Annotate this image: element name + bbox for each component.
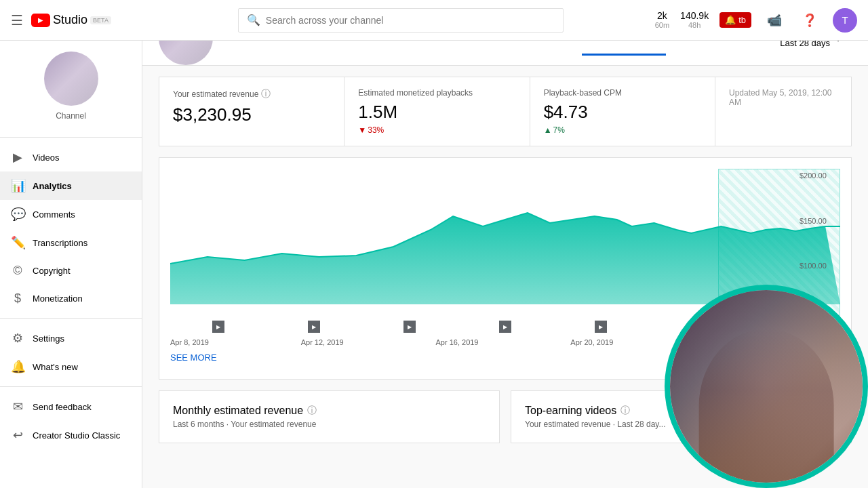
feedback-label: Send feedback — [33, 402, 92, 412]
sidebar-item-settings[interactable]: ⚙ Settings — [0, 324, 142, 352]
notif-label: tb — [738, 15, 746, 25]
hamburger-button[interactable]: ☰ — [11, 12, 23, 28]
copyright-label: Copyright — [33, 266, 71, 276]
search-icon: 🔍 — [247, 14, 260, 26]
search-input[interactable] — [266, 15, 555, 26]
notification-button[interactable]: 🔔 tb — [719, 12, 751, 28]
copyright-icon: © — [11, 264, 24, 278]
monetization-icon: $ — [11, 291, 24, 306]
transcriptions-icon: ✏️ — [11, 235, 24, 250]
creator-classic-icon: ↩ — [11, 428, 24, 443]
whats-new-icon: 🔔 — [11, 359, 24, 374]
settings-label: Settings — [33, 333, 64, 344]
x-label-apr12: Apr 12, 2019 — [301, 338, 344, 346]
sidebar-item-monetization[interactable]: $ Monetization — [0, 285, 142, 312]
stat-140k-sub: 48h — [688, 21, 701, 30]
sidebar-item-transcriptions[interactable]: ✏️ Transcriptions — [0, 228, 142, 257]
header-stats: 2k 60m 140.9k 48h — [655, 10, 709, 30]
monthly-revenue-card: Monthly estimated revenue ⓘ Last 6 month… — [159, 390, 500, 443]
video-marker-1[interactable] — [212, 321, 224, 333]
monetization-label: Monetization — [33, 293, 83, 304]
settings-icon: ⚙ — [11, 331, 24, 346]
metric-updated: Updated May 5, 2019, 12:00 AM — [715, 77, 851, 146]
header-center: 🔍 — [146, 8, 655, 33]
video-marker-4[interactable] — [499, 321, 511, 333]
top-earning-info-icon[interactable]: ⓘ — [620, 405, 630, 417]
user-avatar[interactable]: T — [833, 8, 857, 33]
sidebar-divider-bot — [0, 386, 142, 387]
youtube-icon — [31, 14, 50, 27]
stat-140k: 140.9k 48h — [680, 10, 709, 30]
header: ☰ Studio BETA 🔍 2k 60m 140.9k 48h 🔔 tb — [0, 0, 868, 41]
beta-badge: BETA — [90, 16, 111, 24]
y-label-100: $100.00 — [800, 262, 840, 270]
monthly-revenue-info-icon[interactable]: ⓘ — [307, 405, 317, 417]
stat-140k-value: 140.9k — [680, 10, 709, 22]
video-marker-2[interactable] — [308, 321, 320, 333]
metric-playbacks-value: 1.5M — [358, 102, 515, 123]
metric-revenue-value: $3,230.95 — [173, 104, 330, 125]
yt-logo: Studio BETA — [31, 13, 111, 27]
y-label-200: $200.00 — [800, 171, 840, 180]
sidebar-divider-top — [0, 137, 142, 138]
avatar-letter: T — [842, 14, 848, 26]
sidebar-divider-mid — [0, 318, 142, 319]
stat-2k-sub: 60m — [655, 21, 669, 30]
analytics-icon: 📊 — [11, 178, 24, 193]
sidebar-item-feedback[interactable]: ✉ Send feedback — [0, 392, 142, 421]
metric-playbacks-label: Estimated monetized playbacks — [358, 88, 515, 98]
sidebar-item-comments[interactable]: 💬 Comments — [0, 200, 142, 228]
channel-label: Channel — [56, 111, 86, 121]
metric-cpm-change: ▲ 7% — [544, 125, 701, 135]
channel-section: Channel — [0, 52, 142, 131]
monthly-revenue-subtitle: Last 6 months · Your estimated revenue — [173, 420, 486, 429]
see-more-link[interactable]: SEE MORE — [170, 352, 217, 363]
header-right: 2k 60m 140.9k 48h 🔔 tb 📹 ❓ T — [655, 8, 857, 33]
floating-video-inner — [670, 290, 863, 454]
metric-cpm-value: $4.73 — [544, 102, 701, 123]
search-bar: 🔍 — [238, 8, 564, 33]
comments-label: Comments — [33, 209, 75, 220]
up-arrow-icon: ▲ — [544, 125, 552, 135]
monthly-revenue-title: Monthly estimated revenue ⓘ — [173, 405, 486, 417]
sidebar-item-creator-classic[interactable]: ↩ Creator Studio Classic — [0, 421, 142, 449]
comments-icon: 💬 — [11, 207, 24, 222]
metric-revenue-label: Your estimated revenue ⓘ — [173, 88, 330, 100]
metric-cpm: Playback-based CPM $4.73 ▲ 7% — [530, 77, 715, 146]
videos-icon: ▶ — [11, 150, 24, 165]
help-button[interactable]: ❓ — [797, 8, 822, 33]
down-arrow-icon: ▼ — [358, 125, 366, 135]
metric-cpm-label: Playback-based CPM — [544, 88, 701, 98]
sidebar-item-copyright[interactable]: © Copyright — [0, 257, 142, 285]
floating-video-thumbnail[interactable] — [665, 285, 868, 454]
whats-new-label: What's new — [33, 362, 78, 372]
sidebar-item-whats-new[interactable]: 🔔 What's new — [0, 352, 142, 381]
video-marker-3[interactable] — [403, 321, 416, 333]
metrics-row: Your estimated revenue ⓘ $3,230.95 Estim… — [159, 77, 852, 146]
videos-label: Videos — [33, 152, 60, 163]
metric-revenue: Your estimated revenue ⓘ $3,230.95 — [159, 77, 344, 146]
channel-avatar-image — [44, 52, 98, 106]
header-left: ☰ Studio BETA — [11, 12, 146, 28]
sidebar-item-analytics[interactable]: 📊 Analytics — [0, 171, 142, 200]
video-marker-5[interactable] — [595, 321, 607, 333]
revenue-info-icon[interactable]: ⓘ — [261, 88, 271, 100]
transcriptions-label: Transcriptions — [33, 238, 87, 248]
feedback-icon: ✉ — [11, 399, 24, 414]
channel-avatar — [44, 52, 98, 106]
studio-label: Studio — [53, 13, 87, 27]
create-button[interactable]: 📹 — [762, 8, 787, 33]
sidebar: Channel ▶ Videos 📊 Analytics 💬 Comments … — [0, 41, 142, 454]
x-label-apr16: Apr 16, 2019 — [436, 338, 479, 346]
creator-classic-label: Creator Studio Classic — [33, 430, 120, 441]
y-label-150: $150.00 — [800, 217, 840, 225]
stat-2k-value: 2k — [657, 10, 667, 22]
updated-text: Updated May 5, 2019, 12:00 AM — [729, 88, 837, 107]
metric-playbacks-change: ▼ 33% — [358, 125, 515, 135]
sidebar-item-videos[interactable]: ▶ Videos — [0, 143, 142, 171]
analytics-label: Analytics — [33, 181, 72, 191]
x-label-apr8: Apr 8, 2019 — [170, 338, 209, 346]
stat-2k: 2k 60m — [655, 10, 669, 30]
x-label-apr20: Apr 20, 2019 — [570, 338, 613, 346]
metric-playbacks: Estimated monetized playbacks 1.5M ▼ 33% — [344, 77, 530, 146]
